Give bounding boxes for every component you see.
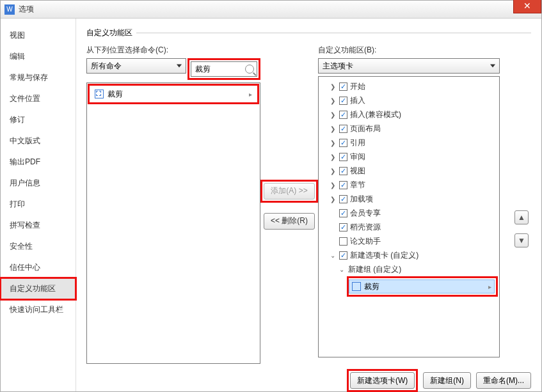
- submenu-arrow-icon: ▸: [249, 91, 252, 98]
- tree-node[interactable]: ❯插入: [320, 93, 498, 107]
- sidebar-item[interactable]: 编辑: [1, 46, 76, 67]
- tree-checkbox[interactable]: [339, 195, 347, 203]
- tree-checkbox[interactable]: [339, 209, 347, 217]
- main-panel: 自定义功能区 从下列位置选择命令(C): 所有命令: [76, 19, 541, 391]
- titlebar: W 选项 ✕: [1, 1, 541, 19]
- tree-checkbox[interactable]: [339, 111, 347, 119]
- tree-command-label: 裁剪: [364, 281, 379, 292]
- sidebar-item[interactable]: 常规与保存: [1, 67, 76, 88]
- rename-button[interactable]: 重命名(M)...: [476, 372, 531, 389]
- tree-node-label: 加载项: [350, 194, 373, 205]
- choose-commands-label: 从下列位置选择命令(C):: [86, 45, 260, 56]
- expand-toggle-icon[interactable]: ❯: [329, 111, 337, 118]
- tree-node-label: 新建选项卡 (自定义): [350, 250, 418, 261]
- chevron-down-icon: [490, 65, 495, 68]
- tree-node[interactable]: ❯加载项: [320, 192, 498, 206]
- sidebar-item[interactable]: 打印: [1, 194, 76, 215]
- tree-node-label: 审阅: [350, 152, 365, 162]
- tree-checkbox[interactable]: [339, 125, 347, 133]
- sidebar-item[interactable]: 中文版式: [1, 130, 76, 152]
- tree-node-label: 会员专享: [350, 208, 381, 219]
- sidebar-item[interactable]: 用户信息: [1, 173, 76, 194]
- ribbon-tree[interactable]: ❯开始❯插入❯插入(兼容模式)❯页面布局❯引用❯审阅❯视图❯章节❯加载项会员专享…: [318, 76, 500, 357]
- tree-checkbox[interactable]: [339, 237, 347, 246]
- commands-source-value: 所有命令: [91, 61, 122, 72]
- command-search-box[interactable]: [191, 61, 257, 77]
- expand-toggle-icon[interactable]: ❯: [329, 139, 337, 146]
- sidebar-item[interactable]: 修订: [1, 109, 76, 130]
- window-title: 选项: [19, 4, 34, 15]
- options-window: W 选项 ✕ 视图编辑常规与保存文件位置修订中文版式输出PDF用户信息打印拼写检…: [0, 0, 542, 392]
- tree-checkbox[interactable]: [339, 223, 347, 231]
- tree-checkbox[interactable]: [339, 97, 347, 105]
- tree-node-label: 新建组 (自定义): [348, 264, 401, 275]
- commands-source-select[interactable]: 所有命令: [86, 58, 186, 74]
- tree-node-label: 页面布局: [350, 123, 381, 134]
- expand-toggle-icon[interactable]: ❯: [329, 97, 337, 104]
- expand-toggle-icon[interactable]: ❯: [329, 83, 337, 90]
- expand-toggle-icon[interactable]: ⌄: [329, 252, 337, 259]
- tree-node[interactable]: ❯页面布局: [320, 122, 498, 136]
- tree-node[interactable]: 会员专享: [320, 206, 498, 220]
- tree-checkbox[interactable]: [339, 251, 347, 260]
- tree-node-label: 引用: [350, 137, 365, 148]
- remove-button[interactable]: << 删除(R): [264, 213, 315, 230]
- tree-node[interactable]: ❯开始: [320, 79, 498, 93]
- tree-node[interactable]: ❯章节: [320, 178, 498, 192]
- tree-node[interactable]: ❯插入(兼容模式): [320, 107, 498, 122]
- expand-toggle-icon[interactable]: ❯: [329, 182, 337, 189]
- app-icon: W: [4, 4, 15, 15]
- tree-node-label: 论文助手: [350, 236, 381, 247]
- close-button[interactable]: ✕: [513, 0, 541, 13]
- command-item-crop[interactable]: 裁剪 ▸: [91, 87, 256, 101]
- tree-checkbox[interactable]: [339, 82, 347, 91]
- crop-icon: [95, 90, 104, 98]
- tree-node[interactable]: 稻壳资源: [320, 220, 498, 234]
- tree-node-custom-group[interactable]: ⌄新建组 (自定义): [320, 262, 498, 276]
- sidebar-item[interactable]: 拼写检查: [1, 215, 76, 236]
- new-tab-button[interactable]: 新建选项卡(W): [350, 372, 415, 389]
- tree-command-crop[interactable]: 裁剪▸: [349, 279, 495, 294]
- command-item-label: 裁剪: [108, 89, 123, 100]
- sidebar-item[interactable]: 文件位置: [1, 88, 76, 109]
- expand-toggle-icon[interactable]: ⌄: [338, 266, 346, 273]
- add-button[interactable]: 添加(A) >>: [264, 183, 314, 200]
- tree-checkbox[interactable]: [339, 153, 347, 161]
- tree-checkbox[interactable]: [339, 139, 347, 147]
- sidebar-item[interactable]: 视图: [1, 25, 76, 46]
- ribbon-scope-value: 主选项卡: [323, 61, 353, 72]
- expand-toggle-icon[interactable]: ❯: [329, 125, 337, 132]
- customize-ribbon-label: 自定义功能区(B):: [318, 45, 531, 56]
- tree-checkbox[interactable]: [339, 181, 347, 189]
- sidebar-item[interactable]: 信任中心: [1, 257, 76, 278]
- tree-node-custom-tab[interactable]: ⌄新建选项卡 (自定义): [320, 248, 498, 262]
- tree-node[interactable]: ❯视图: [320, 164, 498, 178]
- divider: [136, 33, 531, 33]
- expand-toggle-icon[interactable]: ❯: [329, 168, 337, 175]
- tree-node-label: 插入(兼容模式): [350, 109, 401, 120]
- move-up-button[interactable]: ▲: [514, 210, 529, 224]
- command-search-input[interactable]: [194, 64, 239, 74]
- sidebar-item[interactable]: 自定义功能区: [1, 278, 76, 299]
- section-title-text: 自定义功能区: [86, 27, 132, 38]
- sidebar: 视图编辑常规与保存文件位置修订中文版式输出PDF用户信息打印拼写检查安全性信任中…: [1, 19, 76, 391]
- chevron-down-icon: [177, 65, 182, 68]
- expand-toggle-icon[interactable]: ❯: [329, 153, 337, 161]
- sidebar-item[interactable]: 安全性: [1, 236, 76, 257]
- expand-toggle-icon[interactable]: ❯: [329, 196, 337, 203]
- tree-node[interactable]: 论文助手: [320, 234, 498, 248]
- tree-node-label: 章节: [350, 180, 365, 191]
- tree-node[interactable]: ❯引用: [320, 136, 498, 150]
- crop-icon: [352, 282, 361, 291]
- section-header: 自定义功能区: [86, 27, 531, 38]
- sidebar-item[interactable]: 快速访问工具栏: [1, 299, 76, 320]
- submenu-arrow-icon: ▸: [488, 283, 491, 290]
- tree-checkbox[interactable]: [339, 167, 347, 175]
- tree-node-label: 开始: [350, 81, 365, 92]
- new-group-button[interactable]: 新建组(N): [423, 372, 471, 389]
- move-down-button[interactable]: ▼: [514, 233, 529, 247]
- tree-node[interactable]: ❯审阅: [320, 150, 498, 164]
- commands-listbox[interactable]: 裁剪 ▸: [86, 82, 260, 364]
- ribbon-scope-select[interactable]: 主选项卡: [318, 58, 500, 74]
- sidebar-item[interactable]: 输出PDF: [1, 152, 76, 173]
